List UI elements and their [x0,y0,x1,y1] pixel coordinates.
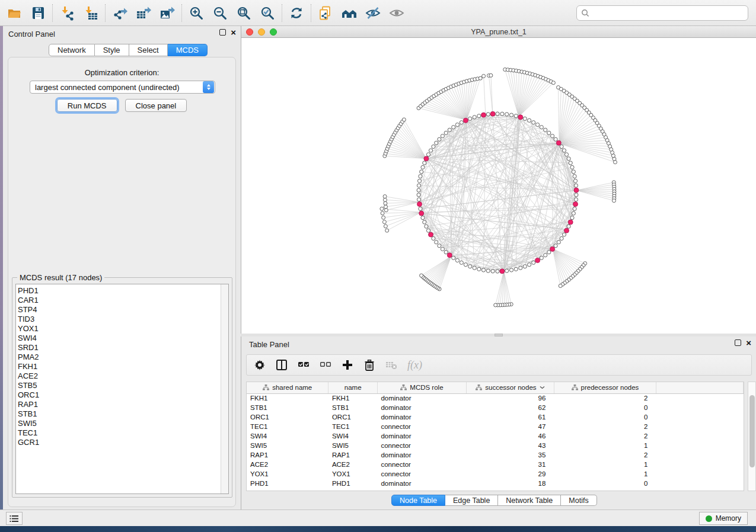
graph-node[interactable] [452,126,455,129]
table-cell[interactable]: SWI4 [328,431,378,441]
leaf-node[interactable] [551,81,555,85]
graph-node[interactable] [468,117,472,120]
status-menu-button[interactable] [6,512,23,525]
leaf-node[interactable] [479,76,482,80]
column-header-successor-nodes[interactable]: successor nodes [466,382,554,393]
save-session-icon[interactable] [26,2,50,24]
show-all-icon[interactable] [385,2,409,24]
table-cell[interactable]: 2 [554,393,656,403]
table-cell[interactable]: STB1 [247,403,328,412]
column-header-shared-name[interactable]: shared name [247,382,328,393]
graph-node[interactable] [452,256,455,259]
zoom-out-icon[interactable] [208,2,232,24]
graph-node[interactable] [523,117,527,120]
table-mode-gear-icon[interactable] [254,358,266,372]
mcds-result-item[interactable]: STB5 [18,381,220,390]
table-cell[interactable]: 18 [466,479,554,488]
graph-node[interactable] [573,207,576,210]
graph-node[interactable] [528,263,531,267]
table-scrollbar[interactable] [748,382,756,491]
mcds-result-list[interactable]: PHD1CAR1STP4TID3YOX1SWI4SRD1PMA2FKH1ACE2… [15,284,229,494]
table-cell[interactable]: 31 [466,460,554,469]
graph-node[interactable] [505,269,509,273]
leaf-node[interactable] [559,284,562,288]
create-column-icon[interactable] [342,358,353,372]
graph-node[interactable] [421,165,425,169]
close-panel-button[interactable]: Close panel [125,99,187,112]
graph-node[interactable] [509,113,513,117]
search-box[interactable] [576,5,748,21]
mcds-node[interactable] [568,220,573,225]
table-row[interactable]: RAP1RAP1dominator352 [247,450,744,460]
graph-node[interactable] [426,153,430,156]
tab-style[interactable]: Style [95,44,129,56]
graph-node[interactable] [444,131,448,134]
mcds-result-item[interactable]: ACE2 [18,371,220,381]
zoom-fit-icon[interactable] [232,2,256,24]
table-cell[interactable]: 62 [466,403,554,412]
graph-node[interactable] [460,121,463,124]
mcds-node[interactable] [564,228,569,233]
export-network-icon[interactable] [108,2,132,24]
network-graph[interactable] [241,38,756,334]
mcds-result-item[interactable]: FKH1 [18,362,220,371]
leaf-node[interactable] [383,198,387,201]
table-scrollbar-thumb[interactable] [749,395,755,467]
optimization-select[interactable]: largest connected component (undirected) [30,81,215,94]
table-cell[interactable]: 1 [554,460,656,469]
table-cell[interactable]: 2 [554,450,656,460]
graph-node[interactable] [419,175,422,178]
graph-node[interactable] [491,270,495,273]
refresh-layout-icon[interactable] [285,2,308,24]
graph-node[interactable] [468,265,472,268]
graph-node[interactable] [417,188,420,192]
leaf-node[interactable] [381,211,384,215]
graph-node[interactable] [570,216,574,220]
table-cell[interactable]: ACE2 [247,460,328,469]
mcds-node[interactable] [490,111,495,116]
graph-node[interactable] [441,247,444,251]
graph-node[interactable] [532,261,535,264]
graph-node[interactable] [536,123,540,126]
table-cell[interactable]: ACE2 [328,460,378,469]
table-cell[interactable]: 47 [466,422,554,431]
table-cell[interactable]: 61 [466,412,554,422]
graph-node[interactable] [567,157,570,161]
table-cell[interactable]: PHD1 [328,479,378,488]
table-cell[interactable]: 2 [554,431,656,441]
graph-node[interactable] [486,269,490,273]
close-table-panel-icon[interactable]: × [746,339,751,346]
graph-node[interactable] [574,184,578,187]
table-row[interactable]: ORC1ORC1dominator610 [247,412,744,422]
network-canvas[interactable] [241,38,756,334]
mcds-result-item[interactable]: SWI5 [18,419,220,428]
graph-node[interactable] [567,225,570,228]
table-cell[interactable]: PHD1 [247,479,328,488]
mcds-node[interactable] [417,202,422,207]
leaf-node[interactable] [384,201,387,205]
search-input[interactable] [589,7,748,19]
table-cell[interactable]: SWI4 [247,431,328,441]
close-panel-icon[interactable]: × [231,29,236,36]
graph-node[interactable] [505,113,509,116]
tab-select[interactable]: Select [129,44,168,56]
graph-node[interactable] [417,193,420,197]
graph-node[interactable] [496,270,499,273]
table-cell[interactable]: SWI5 [247,441,328,450]
table-row[interactable]: SWI4SWI4dominator462 [247,431,744,441]
table-tab-network-table[interactable]: Network Table [498,495,561,506]
zoom-selected-icon[interactable] [256,2,279,24]
mcds-node[interactable] [535,258,540,263]
leaf-node[interactable] [494,303,497,307]
table-row[interactable]: SWI5SWI5connector431 [247,441,744,450]
leaf-node[interactable] [382,216,385,219]
run-mcds-button[interactable]: Run MCDS [57,99,117,112]
graph-node[interactable] [554,244,557,248]
graph-node[interactable] [547,251,551,254]
leaf-node[interactable] [614,161,617,164]
table-cell[interactable]: TEC1 [328,422,378,431]
delete-column-icon[interactable] [363,358,375,372]
mcds-node[interactable] [463,118,468,123]
mcds-node[interactable] [556,140,561,145]
mcds-node[interactable] [447,253,452,258]
